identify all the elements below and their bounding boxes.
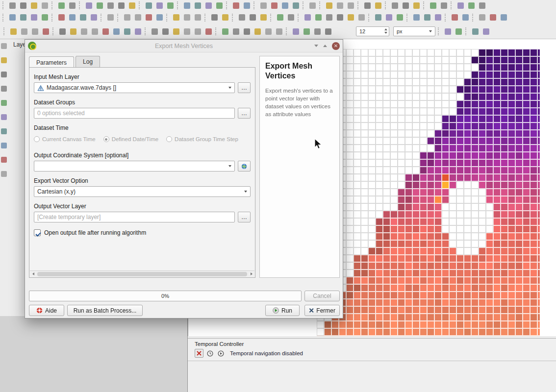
toolbar-icon[interactable] <box>290 0 301 10</box>
toolbar-icon[interactable] <box>78 26 89 36</box>
run-button[interactable]: Run <box>265 305 300 316</box>
dataset-groups-field[interactable]: 0 options selected <box>34 108 235 119</box>
toolbar-icon[interactable] <box>247 13 258 23</box>
toolbar-icon[interactable] <box>373 0 383 10</box>
toolbar-icon[interactable] <box>39 13 50 23</box>
panel-toolbar-icon[interactable] <box>1 86 7 92</box>
select-crs-button[interactable] <box>238 161 251 172</box>
toolbar-icon[interactable] <box>160 26 171 36</box>
toolbar-icon[interactable] <box>203 0 214 10</box>
toolbar-icon[interactable] <box>154 13 165 23</box>
toolbar-icon[interactable] <box>88 13 99 23</box>
toolbar-icon[interactable] <box>214 0 225 10</box>
toolbar-icon[interactable] <box>203 26 214 36</box>
form-horizontal-scrollbar[interactable] <box>30 270 254 277</box>
toolbar-icon[interactable] <box>323 26 333 36</box>
toolbar-icon[interactable] <box>7 13 18 23</box>
toolbar-icon[interactable] <box>56 13 67 23</box>
toolbar-icon[interactable] <box>498 13 509 23</box>
toolbar-icon[interactable] <box>68 26 78 36</box>
toolbar-icon[interactable] <box>209 13 220 23</box>
toolbar-icon[interactable] <box>171 26 181 36</box>
open-output-checkbox[interactable] <box>34 229 41 236</box>
spin-down-icon[interactable] <box>384 32 387 34</box>
toolbar-icon[interactable] <box>252 26 263 36</box>
toolbar-icon[interactable] <box>192 26 203 36</box>
toolbar-icon[interactable] <box>143 13 154 23</box>
close-button[interactable]: ✕ <box>332 42 340 50</box>
toolbar-icon[interactable] <box>77 13 88 23</box>
toolbar-icon[interactable] <box>313 13 324 23</box>
toolbar-icon[interactable] <box>7 0 18 10</box>
toolbar-icon[interactable] <box>480 26 491 36</box>
toolbar-icon[interactable] <box>394 13 405 23</box>
toolbar-icon[interactable] <box>236 13 247 23</box>
toolbar-icon[interactable] <box>28 13 39 23</box>
toolbar-icon[interactable] <box>477 0 487 10</box>
scrollbar-thumb[interactable] <box>37 272 247 276</box>
panel-toolbar-icon[interactable] <box>1 72 7 77</box>
toolbar-icon[interactable] <box>455 0 466 10</box>
tab-parameters[interactable]: Parameters <box>29 56 74 68</box>
toolbar-icon[interactable] <box>324 0 334 10</box>
toolbar-icon[interactable] <box>100 26 111 36</box>
symbol-units-dropdown[interactable]: px <box>393 26 435 36</box>
output-crs-dropdown[interactable] <box>34 161 235 172</box>
toolbar-icon[interactable] <box>230 26 241 36</box>
toolbar-icon[interactable] <box>449 13 460 23</box>
toolbar-icon[interactable] <box>383 13 394 23</box>
toolbar-icon[interactable] <box>105 0 116 10</box>
dialog-titlebar[interactable]: Export Mesh Vertices ✕ <box>25 40 343 52</box>
tab-log[interactable]: Log <box>76 56 100 68</box>
toolbar-icon[interactable] <box>19 26 29 36</box>
toolbar-icon[interactable] <box>220 26 230 36</box>
toolbar-icon[interactable] <box>143 0 154 10</box>
toolbar-icon[interactable] <box>154 0 165 10</box>
fixed-range-clock-button[interactable] <box>205 349 214 358</box>
toolbar-icon[interactable] <box>466 0 477 10</box>
animated-navigation-button[interactable] <box>216 349 225 358</box>
toolbar-icon[interactable] <box>428 0 438 10</box>
window-shade-down-icon[interactable] <box>314 45 318 47</box>
toolbar-icon[interactable] <box>400 0 411 10</box>
toolbar-icon[interactable] <box>312 26 323 36</box>
toolbar-icon[interactable] <box>149 26 160 36</box>
toolbar-icon[interactable] <box>241 0 252 10</box>
toolbar-icon[interactable] <box>302 13 313 23</box>
run-as-batch-button[interactable]: Run as Batch Process... <box>67 305 143 316</box>
toolbar-icon[interactable] <box>470 26 480 36</box>
toolbar-icon[interactable] <box>285 13 296 23</box>
input-mesh-layer-dropdown[interactable]: Madagascar.wave.7days [] <box>34 82 235 93</box>
toolbar-icon[interactable] <box>105 13 116 23</box>
toolbar-icon[interactable] <box>181 13 192 23</box>
toolbar-icon[interactable] <box>132 26 143 36</box>
toolbar-icon[interactable] <box>324 13 334 23</box>
toolbar-icon[interactable] <box>192 0 203 10</box>
output-vector-layer-field[interactable]: [Create temporary layer] <box>34 212 235 222</box>
help-button[interactable]: Aide <box>29 305 64 316</box>
toolbar-icon[interactable] <box>67 0 77 10</box>
toolbar-icon[interactable] <box>275 13 285 23</box>
toolbar-icon[interactable] <box>39 0 50 10</box>
panel-toolbar-icon[interactable] <box>1 114 7 120</box>
temporal-disabled-button[interactable] <box>195 349 203 358</box>
toolbar-icon[interactable] <box>477 13 487 23</box>
toolbar-icon[interactable] <box>165 0 176 10</box>
toolbar-icon[interactable] <box>274 26 284 36</box>
symbol-size-spinner[interactable]: 12 <box>356 26 389 36</box>
toolbar-icon[interactable] <box>67 13 77 23</box>
toolbar-icon[interactable] <box>220 13 230 23</box>
toolbar-icon[interactable] <box>442 26 453 36</box>
toolbar-icon[interactable] <box>438 0 449 10</box>
toolbar-icon[interactable] <box>487 13 498 23</box>
toolbar-icon[interactable] <box>57 26 68 36</box>
toolbar-icon[interactable] <box>241 26 252 36</box>
spinner-arrows[interactable] <box>384 28 387 34</box>
panel-toolbar-icon[interactable] <box>1 143 7 148</box>
toolbar-icon[interactable] <box>116 0 126 10</box>
radio-defined-date-time[interactable]: Defined Date/Time <box>103 136 158 142</box>
toolbar-icon[interactable] <box>356 13 367 23</box>
panel-toolbar-icon[interactable] <box>1 157 7 163</box>
toolbar-icon[interactable] <box>389 0 400 10</box>
radio-dataset-group-time-step[interactable]: Dataset Group Time Step <box>166 136 238 142</box>
